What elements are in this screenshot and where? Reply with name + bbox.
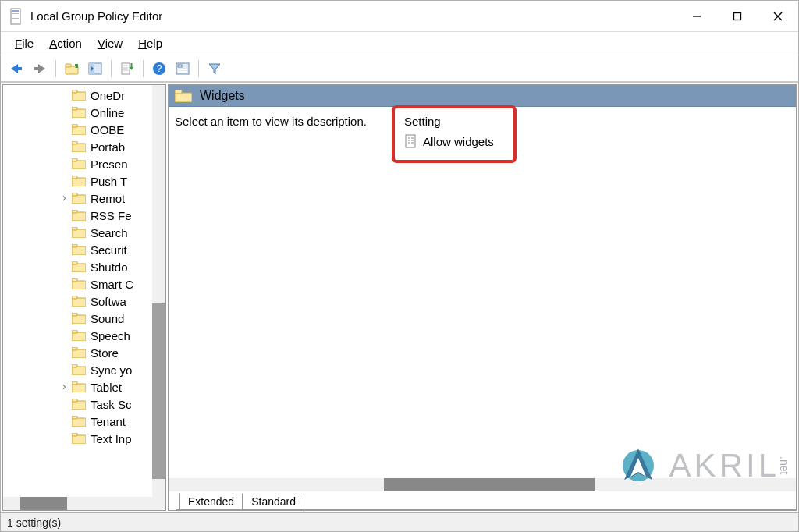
maximize-button[interactable] bbox=[717, 1, 758, 32]
tree-item[interactable]: RSS Fe bbox=[3, 207, 165, 224]
tree-item[interactable]: OneDr bbox=[3, 87, 165, 104]
menubar: File Action View Help bbox=[1, 32, 798, 55]
column-header-setting[interactable]: Setting bbox=[400, 112, 791, 131]
folder-icon bbox=[72, 278, 86, 289]
detail-horizontal-scrollbar[interactable] bbox=[169, 478, 796, 491]
properties-button[interactable] bbox=[172, 59, 194, 79]
svg-rect-50 bbox=[72, 246, 86, 255]
svg-rect-57 bbox=[72, 296, 77, 299]
scrollbar-thumb[interactable] bbox=[384, 478, 595, 491]
svg-rect-12 bbox=[34, 67, 39, 70]
tree-item-label: Tenant bbox=[91, 415, 126, 428]
tree-item[interactable]: Securit bbox=[3, 241, 165, 258]
folder-icon bbox=[72, 107, 86, 118]
folder-icon bbox=[72, 313, 86, 324]
folder-icon bbox=[175, 90, 192, 102]
svg-marker-31 bbox=[209, 64, 220, 74]
svg-rect-37 bbox=[72, 124, 77, 127]
folder-icon bbox=[72, 399, 86, 410]
tree-item[interactable]: Presen bbox=[3, 155, 165, 172]
filter-button[interactable] bbox=[204, 59, 225, 79]
svg-rect-1 bbox=[12, 10, 19, 12]
tree-item[interactable]: Store bbox=[3, 344, 165, 361]
up-level-button[interactable] bbox=[61, 59, 83, 79]
scrollbar-thumb[interactable] bbox=[152, 303, 165, 479]
tab-standard[interactable]: Standard bbox=[243, 494, 304, 510]
export-button[interactable] bbox=[116, 59, 138, 79]
tree-item-label: Softwa bbox=[91, 295, 126, 308]
tree-item[interactable]: Text Inp bbox=[3, 430, 165, 447]
help-button[interactable]: ? bbox=[148, 59, 170, 79]
folder-icon bbox=[72, 176, 86, 186]
svg-rect-73 bbox=[72, 433, 77, 436]
tree-item[interactable]: Portab bbox=[3, 138, 165, 155]
minimize-button[interactable] bbox=[676, 1, 717, 32]
folder-icon bbox=[72, 90, 86, 101]
svg-rect-4 bbox=[12, 18, 19, 19]
folder-icon bbox=[72, 347, 86, 358]
show-hide-tree-button[interactable] bbox=[84, 59, 106, 79]
tree-item[interactable]: Search bbox=[3, 224, 165, 241]
svg-rect-33 bbox=[72, 90, 77, 93]
back-button[interactable] bbox=[5, 59, 27, 79]
menu-help[interactable]: Help bbox=[130, 35, 170, 51]
svg-rect-66 bbox=[72, 384, 86, 392]
svg-rect-44 bbox=[72, 195, 86, 204]
tree-item-label: RSS Fe bbox=[91, 209, 132, 222]
setting-list: Setting Allow widgets bbox=[395, 107, 796, 478]
tree-item[interactable]: Speech bbox=[3, 327, 165, 344]
svg-text:?: ? bbox=[157, 63, 162, 74]
tree-item-label: Speech bbox=[91, 329, 130, 342]
scrollbar-thumb[interactable] bbox=[20, 497, 67, 510]
tree-item[interactable]: Online bbox=[3, 104, 165, 121]
tree-pane: OneDr Online OOBE Portab Presen Push T R… bbox=[2, 84, 166, 511]
tree-item-label: Store bbox=[91, 346, 119, 360]
tree-item[interactable]: Tenant bbox=[3, 413, 165, 430]
app-icon bbox=[9, 7, 24, 26]
tree-list[interactable]: OneDr Online OOBE Portab Presen Push T R… bbox=[3, 85, 165, 497]
svg-rect-72 bbox=[72, 435, 86, 444]
tree-horizontal-scrollbar[interactable] bbox=[3, 497, 165, 510]
tree-item-label: Smart C bbox=[91, 278, 133, 291]
tree-item[interactable]: Task Sc bbox=[3, 395, 165, 413]
svg-rect-62 bbox=[72, 349, 86, 358]
tree-item[interactable]: Push T bbox=[3, 172, 165, 190]
menu-file[interactable]: File bbox=[7, 35, 41, 51]
folder-icon bbox=[72, 227, 86, 238]
tree-item-label: Push T bbox=[91, 175, 127, 188]
tree-item[interactable]: Shutdo bbox=[3, 258, 165, 275]
tree-item[interactable]: OOBE bbox=[3, 121, 165, 138]
tree-item-label: Sync yo bbox=[91, 364, 132, 377]
menu-action[interactable]: Action bbox=[41, 35, 90, 51]
svg-rect-76 bbox=[406, 135, 415, 147]
svg-rect-69 bbox=[72, 399, 77, 402]
folder-icon bbox=[72, 158, 86, 169]
svg-marker-11 bbox=[38, 64, 45, 73]
tree-item[interactable]: Smart C bbox=[3, 275, 165, 293]
folder-icon bbox=[72, 433, 86, 444]
close-button[interactable] bbox=[758, 1, 798, 32]
tab-extended[interactable]: Extended bbox=[179, 493, 243, 510]
detail-pane: Widgets Select an item to view its descr… bbox=[168, 84, 797, 511]
svg-rect-74 bbox=[175, 93, 192, 102]
description-text: Select an item to view its description. bbox=[175, 115, 367, 128]
tree-item[interactable]: Tablet bbox=[3, 378, 165, 395]
tree-item[interactable]: Remot bbox=[3, 190, 165, 207]
svg-rect-56 bbox=[72, 298, 86, 307]
forward-button[interactable] bbox=[29, 59, 51, 79]
folder-icon bbox=[72, 364, 86, 375]
tree-item[interactable]: Sync yo bbox=[3, 361, 165, 378]
setting-row[interactable]: Allow widgets bbox=[400, 131, 791, 151]
tree-item-label: OOBE bbox=[91, 123, 124, 137]
folder-icon bbox=[72, 210, 86, 221]
menu-view[interactable]: View bbox=[90, 35, 130, 51]
svg-rect-34 bbox=[72, 109, 86, 118]
tree-item-label: Online bbox=[91, 106, 124, 119]
detail-header: Widgets bbox=[169, 85, 796, 107]
svg-rect-68 bbox=[72, 401, 86, 410]
tree-item[interactable]: Softwa bbox=[3, 293, 165, 310]
detail-header-title: Widgets bbox=[200, 89, 245, 103]
svg-rect-2 bbox=[12, 13, 19, 14]
tree-vertical-scrollbar[interactable] bbox=[152, 85, 165, 497]
tree-item[interactable]: Sound bbox=[3, 310, 165, 327]
